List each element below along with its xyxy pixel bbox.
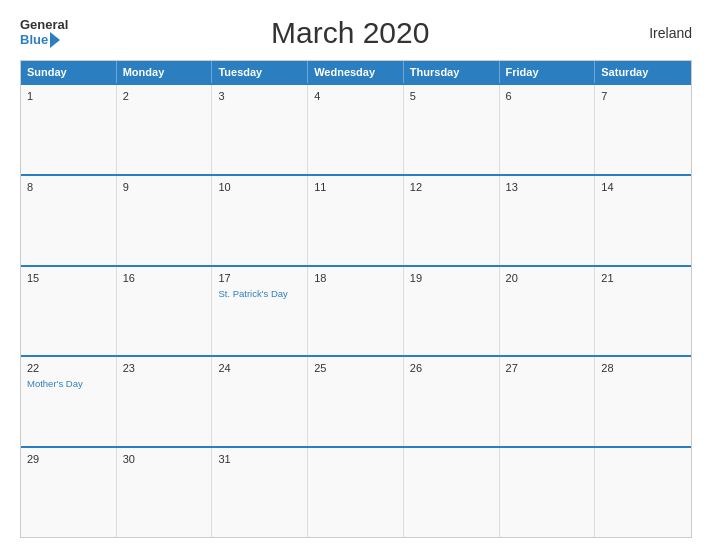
- header: General Blue March 2020 Ireland: [20, 16, 692, 50]
- cal-cell-3-2: 24: [212, 357, 308, 446]
- cal-cell-4-4: [404, 448, 500, 537]
- day-number: 21: [601, 272, 685, 284]
- cal-cell-1-0: 8: [21, 176, 117, 265]
- cal-cell-2-6: 21: [595, 267, 691, 356]
- day-number: 10: [218, 181, 301, 193]
- day-number: 22: [27, 362, 110, 374]
- cal-cell-2-0: 15: [21, 267, 117, 356]
- day-number: 4: [314, 90, 397, 102]
- day-number: 13: [506, 181, 589, 193]
- cal-cell-4-5: [500, 448, 596, 537]
- col-header-thursday: Thursday: [404, 61, 500, 83]
- cal-cell-0-3: 4: [308, 85, 404, 174]
- day-number: 3: [218, 90, 301, 102]
- day-number: 19: [410, 272, 493, 284]
- cal-cell-4-2: 31: [212, 448, 308, 537]
- cal-cell-0-0: 1: [21, 85, 117, 174]
- cal-cell-0-4: 5: [404, 85, 500, 174]
- cal-cell-3-6: 28: [595, 357, 691, 446]
- col-header-monday: Monday: [117, 61, 213, 83]
- day-number: 5: [410, 90, 493, 102]
- holiday-label: St. Patrick's Day: [218, 288, 301, 299]
- day-number: 6: [506, 90, 589, 102]
- day-number: 17: [218, 272, 301, 284]
- day-number: 25: [314, 362, 397, 374]
- logo: General Blue: [20, 18, 68, 48]
- cal-cell-0-6: 7: [595, 85, 691, 174]
- day-number: 20: [506, 272, 589, 284]
- logo-triangle-icon: [50, 32, 60, 48]
- col-header-friday: Friday: [500, 61, 596, 83]
- col-header-sunday: Sunday: [21, 61, 117, 83]
- cal-cell-2-2: 17St. Patrick's Day: [212, 267, 308, 356]
- week-row-4: 22Mother's Day232425262728: [21, 355, 691, 446]
- country-label: Ireland: [632, 25, 692, 41]
- cal-cell-1-2: 10: [212, 176, 308, 265]
- day-number: 28: [601, 362, 685, 374]
- week-row-1: 1234567: [21, 83, 691, 174]
- day-number: 7: [601, 90, 685, 102]
- day-number: 2: [123, 90, 206, 102]
- cal-cell-4-6: [595, 448, 691, 537]
- day-number: 29: [27, 453, 110, 465]
- day-number: 23: [123, 362, 206, 374]
- cal-cell-2-1: 16: [117, 267, 213, 356]
- cal-cell-0-5: 6: [500, 85, 596, 174]
- cal-cell-3-5: 27: [500, 357, 596, 446]
- cal-cell-3-3: 25: [308, 357, 404, 446]
- col-header-tuesday: Tuesday: [212, 61, 308, 83]
- page: General Blue March 2020 Ireland Sunday M…: [0, 0, 712, 550]
- day-number: 11: [314, 181, 397, 193]
- cal-cell-1-1: 9: [117, 176, 213, 265]
- cal-cell-4-3: [308, 448, 404, 537]
- day-number: 9: [123, 181, 206, 193]
- week-row-2: 891011121314: [21, 174, 691, 265]
- week-row-3: 151617St. Patrick's Day18192021: [21, 265, 691, 356]
- cal-cell-2-5: 20: [500, 267, 596, 356]
- calendar-title: March 2020: [68, 16, 632, 50]
- cal-cell-1-3: 11: [308, 176, 404, 265]
- cal-cell-1-5: 13: [500, 176, 596, 265]
- calendar-body: 1234567891011121314151617St. Patrick's D…: [21, 83, 691, 537]
- day-number: 24: [218, 362, 301, 374]
- day-number: 12: [410, 181, 493, 193]
- col-header-wednesday: Wednesday: [308, 61, 404, 83]
- day-number: 27: [506, 362, 589, 374]
- cal-cell-2-4: 19: [404, 267, 500, 356]
- logo-blue-text: Blue: [20, 33, 48, 47]
- day-number: 14: [601, 181, 685, 193]
- cal-cell-0-2: 3: [212, 85, 308, 174]
- cal-cell-3-0: 22Mother's Day: [21, 357, 117, 446]
- day-number: 18: [314, 272, 397, 284]
- cal-cell-4-0: 29: [21, 448, 117, 537]
- col-header-saturday: Saturday: [595, 61, 691, 83]
- cal-cell-3-1: 23: [117, 357, 213, 446]
- day-number: 31: [218, 453, 301, 465]
- calendar-header-row: Sunday Monday Tuesday Wednesday Thursday…: [21, 61, 691, 83]
- cal-cell-4-1: 30: [117, 448, 213, 537]
- day-number: 16: [123, 272, 206, 284]
- cal-cell-3-4: 26: [404, 357, 500, 446]
- holiday-label: Mother's Day: [27, 378, 110, 389]
- cal-cell-1-4: 12: [404, 176, 500, 265]
- cal-cell-0-1: 2: [117, 85, 213, 174]
- cal-cell-2-3: 18: [308, 267, 404, 356]
- day-number: 8: [27, 181, 110, 193]
- day-number: 1: [27, 90, 110, 102]
- week-row-5: 293031: [21, 446, 691, 537]
- calendar: Sunday Monday Tuesday Wednesday Thursday…: [20, 60, 692, 538]
- logo-general-text: General: [20, 18, 68, 32]
- day-number: 15: [27, 272, 110, 284]
- cal-cell-1-6: 14: [595, 176, 691, 265]
- day-number: 30: [123, 453, 206, 465]
- day-number: 26: [410, 362, 493, 374]
